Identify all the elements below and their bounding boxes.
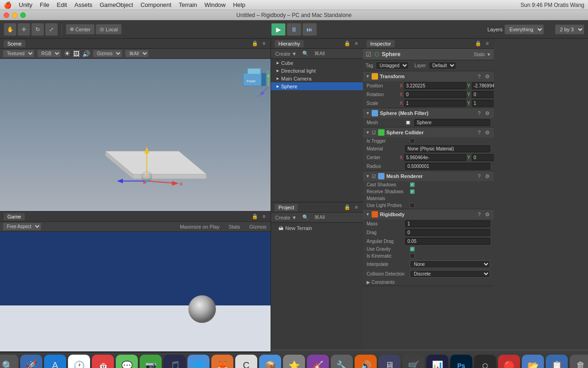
project-all-btn[interactable]: ⌘All <box>313 214 326 220</box>
trigger-checkbox[interactable] <box>410 138 415 144</box>
dock-red-app[interactable]: 🔴 <box>498 355 520 368</box>
mesh-filter-collapse-icon[interactable]: ▼ <box>366 111 370 115</box>
rot-y-field[interactable] <box>472 91 494 98</box>
dock-dropbox[interactable]: 📦 <box>259 355 281 368</box>
renderer-collapse-icon[interactable]: ▼ <box>366 174 370 178</box>
dock-chrome[interactable]: C <box>235 355 257 368</box>
hierarchy-create-btn[interactable]: Create ▼ <box>274 51 298 57</box>
dock-trash[interactable]: 🗑 <box>570 355 588 368</box>
rigidbody-help-icon[interactable]: ? <box>476 212 482 218</box>
dock-messages[interactable]: 💬 <box>116 355 138 368</box>
dock-unity[interactable]: ⬡ <box>474 355 496 368</box>
scene-view[interactable]: x Front y <box>0 59 271 211</box>
hierarchy-item-sphere[interactable]: ▸ Sphere <box>271 82 363 90</box>
menu-unity[interactable]: Unity <box>19 1 33 8</box>
hierarchy-item-camera[interactable]: ▸ Main Camera <box>271 75 363 82</box>
hand-tool[interactable]: ✋ <box>4 23 17 36</box>
menu-edit[interactable]: Edit <box>57 1 67 8</box>
scale-x-field[interactable] <box>404 100 466 107</box>
project-search-icon[interactable]: 🔍 <box>301 214 310 220</box>
scale-tool[interactable]: ⤢ <box>45 23 58 36</box>
dock-safari[interactable]: 🌐 <box>187 355 209 368</box>
renderer-help-icon[interactable]: ? <box>476 173 482 179</box>
scene-lock-icon[interactable]: 🔒 <box>250 40 260 46</box>
game-lock-icon[interactable]: 🔒 <box>250 213 260 219</box>
hierarchy-lock-icon[interactable]: 🔒 <box>343 40 352 46</box>
layout-select[interactable]: 2 by 3 <box>555 24 584 34</box>
scene-shading-select[interactable]: Textured <box>3 50 34 58</box>
dock-wrench[interactable]: 🔧 <box>331 355 353 368</box>
dock-istat[interactable]: 📊 <box>426 355 448 368</box>
inspector-lock-icon[interactable]: 🔒 <box>474 40 483 46</box>
pos-x-field[interactable] <box>404 82 466 89</box>
dock-clock[interactable]: 🕐 <box>68 355 90 368</box>
renderer-gear-icon[interactable]: ⚙ <box>484 173 491 179</box>
dock-downloads[interactable]: 📋 <box>546 355 568 368</box>
scene-tab[interactable]: Scene <box>4 40 25 47</box>
cast-shadows-checkbox[interactable]: ✓ <box>410 182 415 187</box>
sphere-enabled-checkbox[interactable]: ☑ <box>366 51 372 58</box>
maximize-play-btn[interactable]: Maximize on Play <box>178 224 220 230</box>
dock-firefox[interactable]: 🦊 <box>211 355 233 368</box>
menu-help[interactable]: Help <box>233 1 245 8</box>
hierarchy-item-dirlight[interactable]: ▸ Directional light <box>271 67 363 75</box>
transform-header[interactable]: ▼ Transform ? ⚙ <box>363 71 494 81</box>
menu-assets[interactable]: Assets <box>74 1 92 8</box>
layer-select[interactable]: Default <box>429 62 456 69</box>
game-menu-icon[interactable]: ≡ <box>261 213 267 219</box>
rigidbody-header[interactable]: ▼ Rigidbody ? ⚙ <box>363 209 494 219</box>
traffic-lights[interactable] <box>4 12 26 18</box>
dock-calendar[interactable]: 📅 <box>92 355 114 368</box>
apple-logo[interactable]: 🍎 <box>4 1 11 9</box>
receive-shadows-checkbox[interactable]: ✓ <box>410 189 415 194</box>
menu-component[interactable]: Component <box>141 1 171 8</box>
drag-field[interactable] <box>405 229 490 236</box>
step-button[interactable]: ⏭ <box>302 23 317 36</box>
constraints-label[interactable]: ▶ Constraints <box>367 280 403 285</box>
dock-monitor[interactable]: 🖥 <box>379 355 401 368</box>
scene-color-select[interactable]: RGB <box>37 50 61 58</box>
dock-facetime[interactable]: 📷 <box>140 355 162 368</box>
menu-window[interactable]: Window <box>204 1 226 8</box>
center-x-field[interactable] <box>404 154 466 161</box>
collider-gear-icon[interactable]: ⚙ <box>484 130 491 136</box>
maximize-button[interactable] <box>20 12 26 18</box>
collision-detection-select[interactable]: Discrete <box>410 270 490 278</box>
menu-terrain[interactable]: Terrain <box>179 1 197 8</box>
rigidbody-collapse-icon[interactable]: ▼ <box>366 212 370 217</box>
sphere-collider-header[interactable]: ▼ ☑ Sphere Collider ? ⚙ <box>363 127 494 138</box>
light-probes-checkbox[interactable] <box>410 203 415 208</box>
mesh-filter-header[interactable]: ▼ Sphere (Mesh Filter) ? ⚙ <box>363 108 494 118</box>
game-view[interactable] <box>0 232 271 352</box>
dock-cart[interactable]: 🛒 <box>402 355 424 368</box>
hierarchy-item-cube[interactable]: ▸ Cube <box>271 59 363 67</box>
hierarchy-all-btn[interactable]: ⌘All <box>313 51 326 57</box>
dock-finder[interactable]: 🔍 <box>0 355 18 368</box>
dock-guitar[interactable]: 🎸 <box>307 355 329 368</box>
project-terrain-item[interactable]: 🏔 New Terrain <box>273 224 361 232</box>
rot-x-field[interactable] <box>404 91 466 98</box>
rotate-tool[interactable]: ↻ <box>31 23 44 36</box>
mesh-filter-gear-icon[interactable]: ⚙ <box>484 110 491 116</box>
close-button[interactable] <box>4 12 9 18</box>
play-button[interactable]: ▶ <box>271 23 286 36</box>
mesh-filter-help-icon[interactable]: ? <box>476 110 482 116</box>
dock-photoshop[interactable]: Ps <box>450 355 472 368</box>
dock-folder[interactable]: 📂 <box>522 355 544 368</box>
renderer-enabled-checkbox[interactable]: ☑ <box>372 173 376 179</box>
project-menu-icon[interactable]: ≡ <box>354 204 359 210</box>
mesh-renderer-header[interactable]: ▼ ☑ Mesh Renderer ? ⚙ <box>363 171 494 181</box>
menu-gameobject[interactable]: GameObject <box>100 1 133 8</box>
center-y-field[interactable] <box>472 154 494 161</box>
rigidbody-gear-icon[interactable]: ⚙ <box>484 212 491 218</box>
angular-drag-field[interactable] <box>405 238 490 245</box>
stats-btn[interactable]: Stats <box>227 224 242 230</box>
interpolate-select[interactable]: None <box>410 260 490 268</box>
radius-field[interactable] <box>405 163 490 170</box>
local-button[interactable]: ◎ Local <box>96 24 122 34</box>
translate-tool[interactable]: ✛ <box>17 23 30 36</box>
dock-itunes[interactable]: 🎵 <box>164 355 186 368</box>
mass-field[interactable] <box>405 220 490 227</box>
project-lock-icon[interactable]: 🔒 <box>343 204 352 210</box>
game-tab[interactable]: Game <box>4 213 25 220</box>
